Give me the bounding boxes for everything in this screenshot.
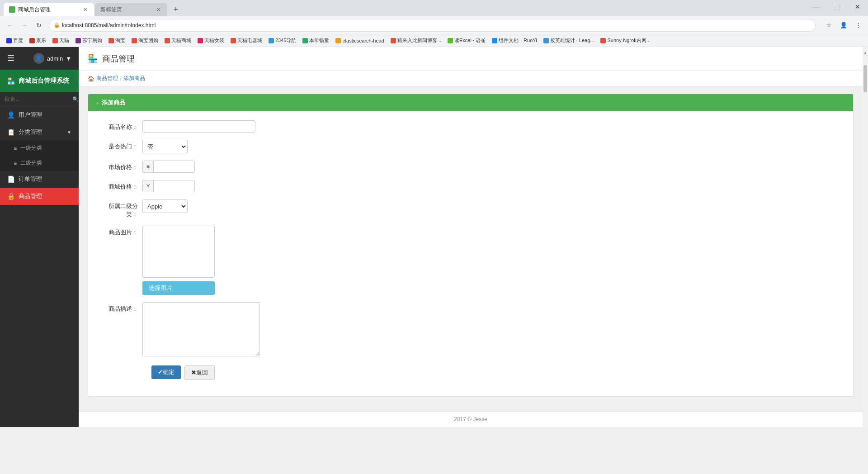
minimize-button[interactable]: — xyxy=(806,0,826,14)
scroll-thumb[interactable] xyxy=(863,65,867,92)
back-button[interactable]: ✖返回 xyxy=(184,365,215,380)
product-desc-textarea[interactable] xyxy=(142,302,260,356)
bookmark-eshead[interactable]: elasticsearch-head xyxy=(333,37,387,44)
is-hot-select[interactable]: 否 是 xyxy=(142,140,188,153)
form-group-product-name: 商品名称： xyxy=(97,120,844,133)
sidebar-item-level2-cat[interactable]: ≡ 二级分类 xyxy=(0,156,79,171)
admin-user-menu[interactable]: 👤 admin ▼ xyxy=(33,53,71,64)
bookmark-label: 苏宁易购 xyxy=(82,37,102,44)
tmall-fashion-favicon xyxy=(198,38,203,43)
sidebar-item-category-mgmt[interactable]: 📋 分类管理 ▼ xyxy=(0,123,79,141)
tab-close-button[interactable]: ✕ xyxy=(81,6,89,13)
page-header: 🏪 商品管理 xyxy=(79,47,863,71)
bookmark-label: 本年畅量 xyxy=(309,37,329,44)
main-content: 🏪 商品管理 🏠 商品管理 › 添加商品 ≡ 添加商品 xyxy=(79,47,863,427)
shop-price-input[interactable] xyxy=(154,180,194,192)
inactive-tab-title: 新标签页 xyxy=(100,6,155,14)
bookmark-star-button[interactable]: ☆ xyxy=(823,19,835,32)
product-name-input[interactable] xyxy=(142,120,255,133)
bookmark-ngrok[interactable]: Sunny-Ngrok内网... xyxy=(598,36,653,45)
right-scrollbar[interactable]: ▲ xyxy=(863,47,868,427)
footer: 2017 © Jesse xyxy=(79,411,863,427)
inactive-tab-close[interactable]: ✕ xyxy=(155,6,162,13)
card-header-icon: ≡ xyxy=(95,100,99,106)
select-image-button[interactable]: 选择图片 xyxy=(142,281,215,295)
sidebar-menu: 👤 用户管理 📋 分类管理 ▼ ≡ 一级分类 ≡ 二级分类 xyxy=(0,106,79,427)
bookmark-label: 天猫 xyxy=(59,37,69,44)
bookmark-taobaotuan[interactable]: 淘宝团购 xyxy=(129,36,161,45)
scroll-up-arrow[interactable]: ▲ xyxy=(863,49,867,56)
bookmark-label: 组件文档｜RuoYi xyxy=(499,37,537,44)
market-price-input[interactable] xyxy=(154,161,194,172)
shop-price-input-group: ¥ xyxy=(142,180,195,192)
category-expand-icon: ▼ xyxy=(67,130,71,135)
bookmark-label: 京东 xyxy=(36,37,46,44)
address-bar[interactable]: 🔒 localhost:8085/mall/admin/toIndex.html xyxy=(49,19,816,32)
sidebar-submenu-category: ≡ 一级分类 ≡ 二级分类 xyxy=(0,141,79,171)
shop-price-prefix: ¥ xyxy=(143,180,154,192)
back-nav-button[interactable]: ← xyxy=(4,19,16,32)
bookmark-taobao[interactable]: 淘宝 xyxy=(106,36,128,45)
forward-nav-button[interactable]: → xyxy=(18,19,31,32)
form-group-market-price: 市场价格： ¥ xyxy=(97,161,844,173)
form-group-product-image: 商品图片： 选择图片 xyxy=(97,226,844,295)
tab-favicon xyxy=(9,6,15,13)
2345-favicon xyxy=(269,38,274,43)
bookmark-sales[interactable]: 本年畅量 xyxy=(300,36,332,45)
sidebar-item-label: 用户管理 xyxy=(19,111,42,119)
bookmark-label: elasticsearch-head xyxy=(342,38,384,43)
bookmark-2345[interactable]: 2345导航 xyxy=(266,36,299,45)
category-mgmt-icon: 📋 xyxy=(7,128,15,136)
sidebar-item-product-mgmt[interactable]: 🔒 商品管理 xyxy=(0,188,79,205)
page-header-icon: 🏪 xyxy=(88,54,98,64)
bookmark-tmall-fashion[interactable]: 天猫女装 xyxy=(195,36,227,45)
bookmark-baidu[interactable]: 百度 xyxy=(4,36,26,45)
inactive-tab[interactable]: 新标签页 ✕ xyxy=(95,3,167,16)
sidebar-search-input[interactable] xyxy=(5,96,72,102)
card-header: ≡ 添加商品 xyxy=(88,94,853,111)
bookmark-league[interactable]: 按英雄统计 · Leag... xyxy=(541,36,597,45)
order-mgmt-icon: 📄 xyxy=(7,175,15,183)
new-tab-button[interactable]: + xyxy=(169,3,183,16)
sidebar-item-level1-cat[interactable]: ≡ 一级分类 xyxy=(0,141,79,156)
breadcrumb-current-link[interactable]: 添加商品 xyxy=(123,75,145,82)
url-text: localhost:8085/mall/admin/toIndex.html xyxy=(62,22,156,28)
form-group-category: 所属二级分类： Apple Samsung Huawei xyxy=(97,199,844,218)
breadcrumb: 🏠 商品管理 › 添加商品 xyxy=(79,71,863,86)
bookmark-news[interactable]: 猿来入此新闻博客... xyxy=(388,36,444,45)
bookmark-excel[interactable]: 读Excel · 语雀 xyxy=(445,36,488,45)
news-favicon xyxy=(391,38,396,43)
footer-text: 2017 © Jesse xyxy=(454,416,487,422)
breadcrumb-home-icon: 🏠 xyxy=(88,76,94,82)
confirm-button[interactable]: ✔确定 xyxy=(151,365,181,379)
active-tab[interactable]: 商城后台管理 ✕ xyxy=(4,3,94,16)
sidebar-toggle-button[interactable]: ☰ xyxy=(7,53,14,63)
sidebar-brand: 🏪 商城后台管理系统 xyxy=(0,70,79,92)
taobao-favicon xyxy=(108,38,114,43)
restore-button[interactable]: ⬜ xyxy=(826,0,847,14)
sidebar-item-user-mgmt[interactable]: 👤 用户管理 xyxy=(0,106,79,123)
bookmark-suning[interactable]: 苏宁易购 xyxy=(73,36,105,45)
breadcrumb-home-link[interactable]: 商品管理 xyxy=(96,75,118,82)
bookmark-jd[interactable]: 京东 xyxy=(27,36,49,45)
sidebar-search-box[interactable]: 🔍 xyxy=(0,92,79,106)
bookmark-tmall-elec[interactable]: 天猫电器城 xyxy=(228,36,265,45)
close-button[interactable]: ✕ xyxy=(847,0,868,14)
product-form: 商品名称： 是否热门： 否 是 xyxy=(88,111,853,396)
bookmark-tmall[interactable]: 天猫商城 xyxy=(162,36,194,45)
product-name-label: 商品名称： xyxy=(97,120,142,131)
menu-icon: ☰ xyxy=(7,54,14,63)
admin-dropdown-icon: ▼ xyxy=(66,55,71,62)
bookmark-label: 天猫商城 xyxy=(171,37,191,44)
browser-account-button[interactable]: 👤 xyxy=(837,19,850,32)
bookmark-tianmao[interactable]: 天猫 xyxy=(50,36,72,45)
sales-favicon xyxy=(302,38,308,43)
bookmark-label: 2345导航 xyxy=(275,37,296,44)
reload-button[interactable]: ↻ xyxy=(33,19,45,32)
sidebar-item-order-mgmt[interactable]: 📄 订单管理 xyxy=(0,171,79,188)
browser-menu-button[interactable]: ⋮ xyxy=(852,19,864,32)
category-select[interactable]: Apple Samsung Huawei xyxy=(142,199,188,213)
bookmark-ruoyi[interactable]: 组件文档｜RuoYi xyxy=(489,36,540,45)
category-label: 所属二级分类： xyxy=(97,199,142,218)
security-icon: 🔒 xyxy=(54,22,60,28)
